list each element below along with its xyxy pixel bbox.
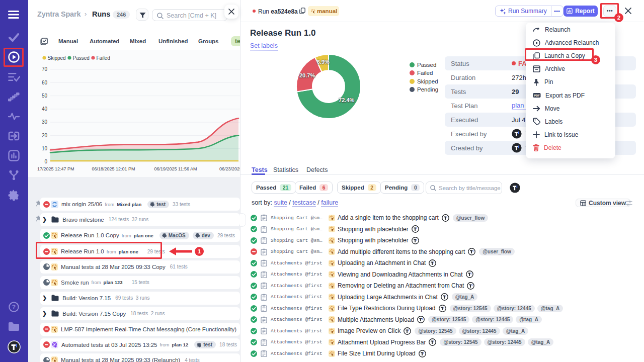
svg-text:17/2025 12:47 PM: 17/2025 12:47 PM	[37, 166, 74, 171]
svg-text:20.7%: 20.7%	[299, 72, 315, 78]
svg-text:06/18/2025 12:01 PM: 06/18/2025 12:01 PM	[92, 166, 135, 171]
svg-text:06/19/2025 11:56 AM: 06/19/2025 11:56 AM	[154, 166, 197, 171]
svg-text:PDF: PDF	[534, 94, 540, 97]
svg-text:?: ?	[12, 304, 16, 311]
svg-text:70: 70	[42, 66, 48, 72]
svg-text:Passed: Passed	[73, 55, 90, 61]
svg-text:72.4%: 72.4%	[339, 97, 354, 103]
svg-text:06/23/2025: 06/23/2025	[219, 166, 240, 171]
svg-text:0: 0	[44, 159, 47, 164]
svg-text:30: 30	[42, 119, 48, 125]
svg-text:6.9%: 6.9%	[317, 59, 330, 65]
svg-text:60: 60	[42, 80, 48, 85]
svg-text:40: 40	[42, 106, 48, 112]
svg-text:50: 50	[42, 93, 48, 99]
svg-text:Failed: Failed	[97, 55, 110, 61]
svg-text:20: 20	[42, 133, 48, 138]
svg-text:10: 10	[42, 146, 48, 151]
svg-text:Skipped: Skipped	[48, 55, 66, 61]
